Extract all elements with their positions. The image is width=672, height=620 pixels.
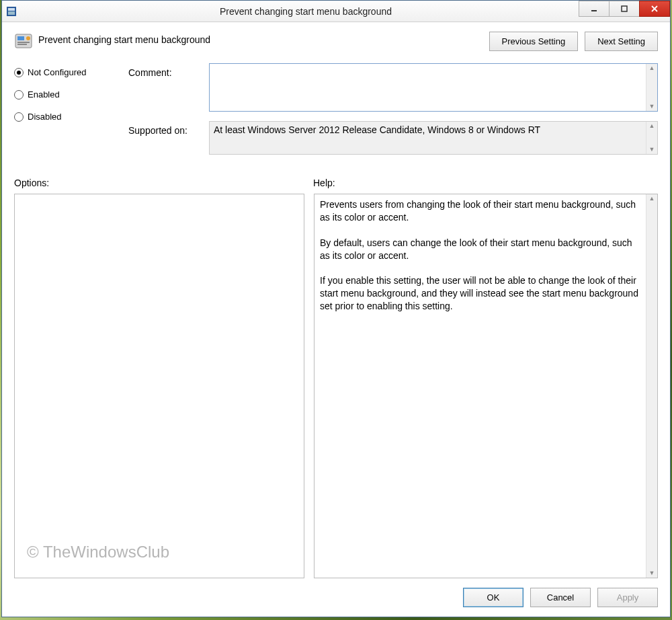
scroll-up-icon: ▲	[649, 123, 655, 129]
scroll-down-icon: ▼	[649, 147, 655, 153]
maximize-icon	[621, 5, 628, 12]
radio-icon	[14, 68, 24, 77]
comment-input[interactable]	[210, 64, 646, 111]
supported-value: At least Windows Server 2012 Release Can…	[210, 122, 646, 154]
svg-point-9	[26, 36, 30, 40]
policy-title: Prevent changing start menu background	[38, 32, 489, 45]
watermark: © TheWindowsClub	[27, 543, 169, 561]
svg-rect-2	[8, 11, 15, 15]
radio-disabled[interactable]: Disabled	[14, 112, 128, 122]
supported-row: Supported on: At least Windows Server 20…	[128, 121, 658, 155]
next-setting-button[interactable]: Next Setting	[585, 32, 658, 51]
svg-rect-1	[8, 8, 15, 11]
scroll-up-icon: ▲	[649, 65, 655, 71]
radio-label: Not Configured	[28, 67, 86, 77]
maximize-button[interactable]	[609, 1, 640, 17]
help-text: Prevents users from changing the look of…	[314, 194, 646, 578]
help-label: Help:	[313, 178, 335, 188]
comment-label: Comment:	[128, 63, 209, 78]
config-row: Not Configured Enabled Disabled Comment:	[14, 63, 658, 164]
previous-setting-button[interactable]: Previous Setting	[489, 32, 579, 51]
window-controls	[579, 1, 670, 17]
client-area: Prevent changing start menu background P…	[2, 22, 670, 617]
comment-field-wrap: ▲ ▼	[209, 63, 658, 112]
radio-icon	[14, 90, 24, 100]
svg-rect-8	[17, 44, 27, 45]
footer-buttons: OK Cancel Apply	[14, 578, 658, 607]
scroll-up-icon: ▲	[649, 196, 655, 202]
options-label: Options:	[14, 178, 313, 188]
ok-button[interactable]: OK	[463, 588, 523, 607]
scroll-down-icon: ▼	[649, 104, 655, 110]
scrollbar[interactable]: ▲ ▼	[646, 64, 657, 111]
close-icon	[651, 5, 658, 12]
cancel-button[interactable]: Cancel	[530, 588, 591, 607]
apply-button[interactable]: Apply	[597, 588, 658, 607]
close-button[interactable]	[639, 1, 670, 17]
panes: © TheWindowsClub Prevents users from cha…	[14, 194, 658, 578]
svg-rect-6	[17, 36, 24, 40]
radio-icon	[14, 112, 24, 122]
scrollbar[interactable]: ▲ ▼	[646, 122, 657, 154]
title-bar: Prevent changing start menu background	[2, 1, 670, 22]
radio-label: Disabled	[28, 112, 62, 122]
minimize-icon	[591, 5, 597, 12]
supported-field-wrap: At least Windows Server 2012 Release Can…	[209, 121, 658, 155]
radio-enabled[interactable]: Enabled	[14, 89, 128, 100]
scroll-down-icon: ▼	[649, 570, 655, 576]
svg-rect-7	[17, 42, 30, 43]
help-pane: Prevents users from changing the look of…	[314, 194, 658, 578]
options-pane: © TheWindowsClub	[14, 194, 304, 578]
pane-labels: Options: Help:	[14, 178, 658, 188]
nav-buttons: Previous Setting Next Setting	[489, 32, 659, 51]
window-title: Prevent changing start menu background	[22, 6, 670, 17]
minimize-button[interactable]	[579, 1, 610, 17]
policy-icon	[14, 32, 33, 50]
scrollbar[interactable]: ▲ ▼	[646, 194, 657, 578]
app-icon	[6, 6, 17, 17]
fields: Comment: ▲ ▼ Supported on: At least Wind…	[128, 63, 658, 164]
radio-not-configured[interactable]: Not Configured	[14, 67, 128, 77]
supported-label: Supported on:	[128, 121, 209, 136]
dialog-window: Prevent changing start menu background P…	[1, 0, 671, 617]
comment-row: Comment: ▲ ▼	[128, 63, 658, 112]
radio-label: Enabled	[28, 89, 60, 100]
header-row: Prevent changing start menu background P…	[14, 32, 658, 51]
svg-rect-4	[622, 6, 627, 11]
svg-rect-3	[591, 10, 597, 11]
state-radio-group: Not Configured Enabled Disabled	[14, 63, 128, 134]
